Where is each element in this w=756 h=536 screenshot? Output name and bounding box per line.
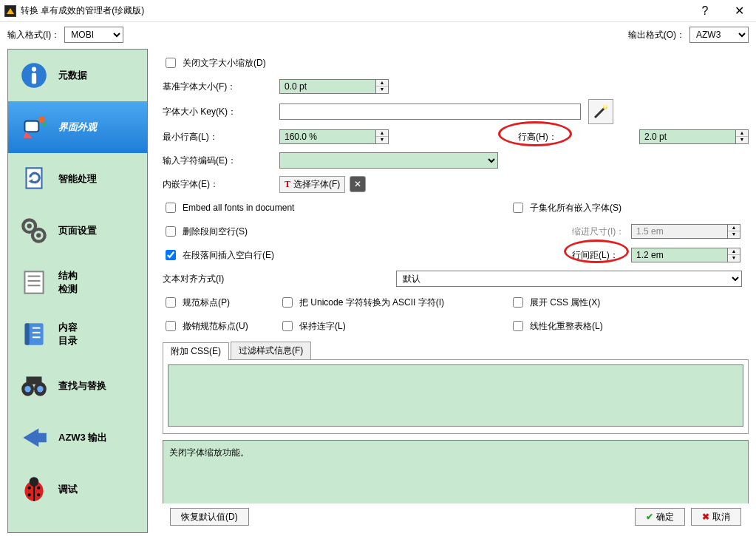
svg-point-24 [24, 386, 30, 392]
keep-ligatures-checkbox[interactable]: 保持连字(L) [279, 319, 510, 333]
sidebar-item-label: 调试 [58, 483, 78, 496]
sidebar-item-label: 内容 目录 [58, 321, 78, 347]
sidebar: 元数据 界面外观 智能处理 页面设置 结构 检测 [7, 49, 148, 533]
transliterate-unicode-checkbox[interactable]: 把 Unicode 字符转换为 ASCII 字符(I) [279, 295, 510, 310]
smarten-punct-checkbox[interactable]: 规范标点(P) [163, 295, 279, 310]
remove-para-spacing-checkbox[interactable]: 删除段间空行(S) [163, 224, 572, 239]
sidebar-item-heuristic[interactable]: 智能处理 [8, 153, 147, 205]
notebook-icon [18, 319, 50, 350]
indent-size-spinner: ▲▼ [631, 224, 740, 239]
svg-rect-3 [24, 121, 38, 132]
input-format-select[interactable]: MOBI [64, 27, 123, 43]
expand-css-checkbox[interactable]: 展开 CSS 属性(X) [510, 295, 600, 310]
input-format-label: 输入格式(I)： [7, 29, 60, 41]
text-align-select[interactable]: 默认 [396, 271, 742, 287]
font-t-icon: T [285, 179, 290, 190]
hint-box: 关闭字体缩放功能。 [163, 440, 749, 503]
format-bar: 输入格式(I)： MOBI 输出格式(O)： AZW3 [0, 22, 756, 47]
extra-css-textarea[interactable] [168, 364, 743, 427]
svg-point-25 [37, 386, 43, 392]
bottom-bar: 恢复默认值(D) ✔ 确定 ✖ 取消 [163, 503, 749, 532]
remove-font-button[interactable]: ✕ [350, 176, 366, 192]
svg-point-30 [28, 486, 31, 489]
sidebar-item-label: 界面外观 [58, 121, 97, 134]
sidebar-item-structure[interactable]: 结构 检测 [8, 257, 147, 308]
sidebar-item-debug[interactable]: 调试 [8, 464, 147, 515]
sidebar-item-label: 智能处理 [58, 172, 97, 186]
sidebar-item-label: 结构 检测 [58, 269, 78, 296]
paint-bucket-icon [18, 112, 50, 143]
tab-extra-css[interactable]: 附加 CSS(E) [163, 342, 229, 360]
cancel-button[interactable]: ✖ 取消 [691, 508, 741, 526]
sidebar-item-look-feel[interactable]: 界面外观 [8, 101, 147, 153]
sidebar-item-label: 页面设置 [58, 224, 97, 237]
sidebar-item-label: 元数据 [58, 69, 87, 82]
output-format-select[interactable]: AZW3 [689, 27, 749, 43]
linearize-tables-checkbox[interactable]: 线性化重整表格(L) [510, 319, 603, 333]
ok-button[interactable]: ✔ 确定 [635, 508, 685, 526]
wizard-button[interactable] [588, 99, 613, 124]
titlebar: 转换 卓有成效的管理者(珍藏版) ? ✕ [0, 0, 756, 22]
disable-font-rescaling-checkbox[interactable]: 关闭文字大小缩放(D) [163, 55, 266, 70]
svg-point-4 [38, 116, 44, 122]
indent-size-label: 缩进尺寸(I)： [572, 225, 631, 238]
line-height-label: 行高(H)： [518, 131, 639, 143]
min-line-height-label: 最小行高(L)： [163, 131, 279, 143]
refresh-doc-icon [18, 163, 50, 194]
sidebar-item-metadata[interactable]: 元数据 [8, 50, 147, 101]
help-button[interactable]: ? [688, 0, 722, 22]
unsmarten-punct-checkbox[interactable]: 撤销规范标点(U) [163, 319, 279, 333]
svg-point-29 [30, 477, 39, 486]
sidebar-item-page-setup[interactable]: 页面设置 [8, 205, 147, 257]
info-icon [18, 60, 50, 91]
output-format-label: 输出格式(O)： [628, 29, 685, 41]
embed-all-fonts-checkbox[interactable]: Embed all fonts in document [163, 200, 510, 215]
svg-point-32 [28, 493, 31, 496]
svg-rect-2 [32, 73, 36, 84]
main-panel: 关闭文字大小缩放(D) 基准字体大小(F)： ▲▼ 字体大小 Key(K)： [148, 47, 756, 536]
choose-font-button[interactable]: T 选择字体(F) [279, 176, 345, 193]
binoculars-icon [18, 370, 50, 401]
sidebar-item-toc[interactable]: 内容 目录 [8, 308, 147, 360]
svg-point-11 [36, 233, 41, 237]
input-encoding-select[interactable] [279, 152, 498, 169]
line-spacing-spinner[interactable]: ▲▼ [631, 248, 740, 262]
close-button[interactable]: ✕ [722, 0, 756, 22]
doc-lines-icon [18, 267, 50, 298]
subset-fonts-checkbox[interactable]: 子集化所有嵌入字体(S) [510, 200, 622, 215]
input-encoding-label: 输入字符编码(E)： [163, 155, 279, 167]
sidebar-item-label: AZW3 输出 [58, 431, 107, 444]
line-height-spinner[interactable]: ▲▼ [639, 129, 749, 144]
font-size-key-input[interactable] [279, 104, 581, 120]
svg-point-1 [32, 67, 36, 71]
tab-filter-style[interactable]: 过滤样式信息(F) [231, 342, 311, 359]
sidebar-item-output[interactable]: AZW3 输出 [8, 412, 147, 464]
check-icon: ✔ [646, 512, 653, 522]
svg-rect-23 [27, 376, 42, 384]
arrow-left-icon [18, 422, 50, 453]
window-title: 转换 卓有成效的管理者(珍藏版) [21, 4, 688, 17]
text-align-label: 文本对齐方式(I) [163, 273, 396, 285]
svg-point-10 [27, 224, 32, 228]
css-tabs: 附加 CSS(E) 过滤样式信息(F) [163, 342, 749, 360]
font-size-key-label: 字体大小 Key(K)： [163, 106, 279, 118]
sidebar-item-search-replace[interactable]: 查找与替换 [8, 360, 147, 412]
gears-icon [18, 215, 50, 246]
svg-point-31 [37, 486, 40, 489]
svg-marker-26 [23, 428, 47, 447]
svg-point-33 [37, 493, 40, 496]
restore-defaults-button[interactable]: 恢复默认值(D) [170, 508, 249, 526]
insert-blank-line-checkbox[interactable]: 在段落间插入空白行(E) [163, 248, 572, 262]
hint-text: 关闭字体缩放功能。 [169, 447, 249, 458]
embed-font-label: 内嵌字体(E)： [163, 178, 279, 191]
svg-point-5 [42, 122, 47, 126]
x-icon: ✖ [702, 512, 709, 522]
base-font-size-label: 基准字体大小(F)： [163, 81, 279, 93]
app-icon [4, 5, 16, 17]
min-line-height-spinner[interactable]: ▲▼ [279, 129, 389, 144]
svg-rect-12 [24, 271, 43, 293]
sidebar-item-label: 查找与替换 [58, 379, 106, 393]
base-font-size-spinner[interactable]: ▲▼ [279, 79, 389, 94]
ladybug-icon [18, 474, 50, 505]
tab-body [163, 360, 749, 434]
